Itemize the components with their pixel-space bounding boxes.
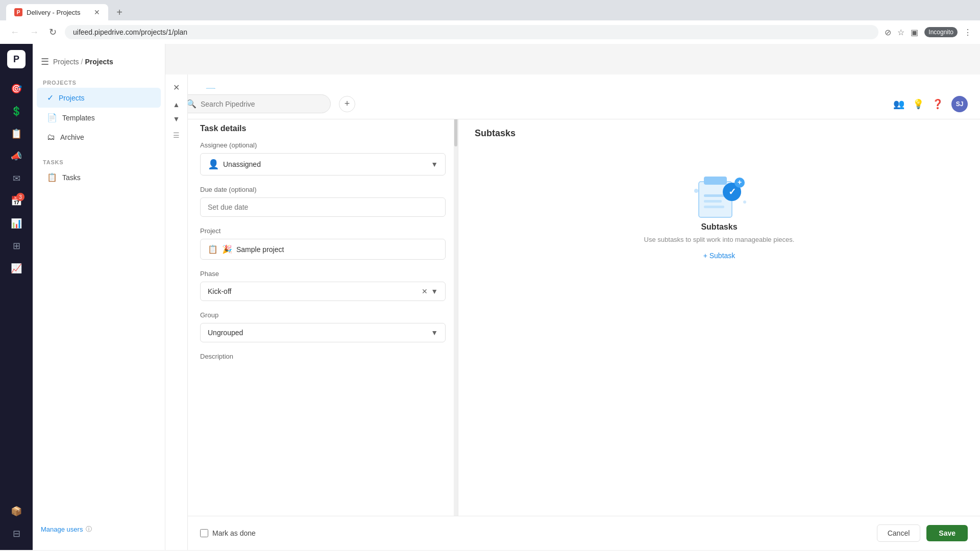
tab-favicon: P xyxy=(14,8,22,16)
calendar-badge: 3 xyxy=(16,193,24,201)
project-grid-icon: 📋 xyxy=(208,244,218,254)
nav-up-button[interactable]: ▲ xyxy=(173,101,180,109)
browser-chrome: P Delivery - Projects ✕ + ← → ↻ uifeed.p… xyxy=(0,0,980,44)
subtasks-empty-state: ✓ + Subtasks Use subtasks to split work … xyxy=(475,151,964,280)
menu-icon[interactable]: ⋮ xyxy=(964,28,972,37)
sidebar-icon-table[interactable]: ⊞ xyxy=(6,236,27,256)
mark-done-checkbox[interactable] xyxy=(200,529,208,537)
tab-title: Delivery - Projects xyxy=(27,9,80,16)
sidebar-icon-chart[interactable]: 📊 xyxy=(6,213,27,234)
add-subtask-label: + Subtask xyxy=(703,252,736,260)
camera-icon[interactable]: ⊘ xyxy=(885,28,891,37)
sidebar-icon-target[interactable]: 🎯 xyxy=(6,79,27,99)
add-button[interactable]: + xyxy=(339,96,355,112)
projects-section-label: PROJECTS xyxy=(33,76,165,88)
sidebar-icon-megaphone[interactable]: 📣 xyxy=(6,146,27,166)
lightbulb-icon-button[interactable]: 💡 xyxy=(913,98,924,110)
incognito-badge: Incognito xyxy=(924,27,958,37)
manage-users-button[interactable]: Manage users ⓘ xyxy=(41,525,157,534)
forward-button[interactable]: → xyxy=(28,25,41,40)
scrollbar-track[interactable] xyxy=(454,112,458,550)
assignee-label: Assignee (optional) xyxy=(200,141,446,149)
sidebar-icon-trending[interactable]: 📈 xyxy=(6,258,27,279)
project-value: Sample project xyxy=(236,245,284,254)
svg-rect-3 xyxy=(704,200,722,203)
sidebar-icon-grid[interactable]: ⊟ xyxy=(6,523,27,544)
browser-tab[interactable]: P Delivery - Projects ✕ xyxy=(6,4,108,20)
close-button[interactable]: ✕ xyxy=(171,81,182,94)
due-date-input[interactable] xyxy=(200,197,446,217)
star-icon[interactable]: ☆ xyxy=(897,28,904,37)
sidebar-icon-mail[interactable]: ✉ xyxy=(6,168,27,189)
project-select-content: 📋 🎉 Sample project xyxy=(208,244,284,254)
due-date-field: Due date (optional) xyxy=(188,186,458,227)
breadcrumb: Projects / Projects xyxy=(53,58,113,66)
phase-label: Phase xyxy=(200,270,446,278)
sidebar-icon-projects[interactable]: 📋 xyxy=(6,123,27,144)
sidebar-toggle-icon[interactable]: ▣ xyxy=(911,28,918,37)
url-bar[interactable]: uifeed.pipedrive.com/projects/1/plan xyxy=(65,25,878,39)
sidebar-item-tasks-label: Tasks xyxy=(62,173,81,182)
scrollbar-thumb[interactable] xyxy=(454,116,457,146)
sidebar-item-projects[interactable]: ✓ Projects xyxy=(37,88,161,108)
subtasks-header: Subtasks xyxy=(475,128,964,139)
assignee-select[interactable]: 👤 Unassigned ▼ xyxy=(200,153,446,176)
task-footer: Mark as done Cancel Save xyxy=(188,516,980,550)
sidebar-item-projects-label: Projects xyxy=(59,94,85,102)
user-circle-icon: 👤 xyxy=(208,159,219,170)
sidebar-item-tasks[interactable]: 📋 Tasks xyxy=(37,167,161,187)
manage-users-label: Manage users xyxy=(41,525,83,533)
mark-done-wrapper: Mark as done xyxy=(200,529,256,537)
add-subtask-button[interactable]: + Subtask xyxy=(703,252,736,260)
subtasks-illustration: ✓ + xyxy=(689,171,750,222)
url-text: uifeed.pipedrive.com/projects/1/plan xyxy=(73,28,870,36)
group-value: Ungrouped xyxy=(208,329,243,337)
help-icon-button[interactable]: ❓ xyxy=(932,98,943,110)
sidebar-item-archive[interactable]: 🗂 Archive xyxy=(37,128,161,147)
group-select[interactable]: Ungrouped ▼ xyxy=(200,323,446,342)
sidebar-icon-dollar[interactable]: 💲 xyxy=(6,101,27,121)
svg-point-10 xyxy=(743,201,746,204)
sidebar-item-templates-label: Templates xyxy=(62,114,95,122)
breadcrumb-projects[interactable]: Projects xyxy=(53,58,79,66)
mark-done-label[interactable]: Mark as done xyxy=(212,529,256,537)
sidebar-item-archive-label: Archive xyxy=(60,133,84,141)
new-tab-button[interactable]: + xyxy=(112,5,127,19)
tasks-icon: 📋 xyxy=(47,172,57,182)
save-button[interactable]: Save xyxy=(926,525,968,541)
breadcrumb-current: Projects xyxy=(85,58,113,66)
browser-address-bar: ← → ↻ uifeed.pipedrive.com/projects/1/pl… xyxy=(0,20,980,44)
breadcrumb-separator: / xyxy=(81,58,83,66)
cancel-button[interactable]: Cancel xyxy=(877,524,921,542)
description-field: Description xyxy=(188,353,458,374)
dropdown-arrow-icon: ▼ xyxy=(431,160,438,168)
browser-icons: ⊘ ☆ ▣ Incognito ⋮ xyxy=(885,27,972,37)
phase-value: Kick-off xyxy=(208,287,231,295)
top-header: 🔍 + 👥 💡 ❓ SJ xyxy=(165,89,980,119)
tab-close-button[interactable]: ✕ xyxy=(94,8,100,16)
phase-select[interactable]: Kick-off ✕ ▼ xyxy=(200,282,446,301)
search-bar[interactable]: 🔍 xyxy=(178,94,331,113)
subtasks-empty-desc: Use subtasks to split work into manageab… xyxy=(644,236,795,243)
group-dropdown-arrow-icon: ▼ xyxy=(431,329,438,337)
people-icon-button[interactable]: 👥 xyxy=(893,98,904,110)
refresh-button[interactable]: ↻ xyxy=(47,24,59,40)
assignee-value: Unassigned xyxy=(223,160,261,168)
sidebar-menu-button[interactable]: ☰ xyxy=(41,56,49,67)
phase-clear-button[interactable]: ✕ xyxy=(422,287,428,295)
user-avatar[interactable]: SJ xyxy=(951,96,968,112)
subtasks-empty-title: Subtasks xyxy=(701,222,737,232)
sidebar-item-templates[interactable]: 📄 Templates xyxy=(37,108,161,128)
back-button[interactable]: ← xyxy=(8,25,21,40)
sidebar-header: ☰ Projects / Projects xyxy=(33,52,165,71)
nav-down-button[interactable]: ▼ xyxy=(173,115,180,123)
hamburger-icon[interactable]: ☰ xyxy=(173,131,180,139)
project-select[interactable]: 📋 🎉 Sample project xyxy=(200,239,446,260)
project-emoji-icon: 🎉 xyxy=(222,244,232,254)
projects-icon: ✓ xyxy=(47,93,54,103)
sidebar-icon-calendar[interactable]: 📅 3 xyxy=(6,191,27,211)
project-field: Project 📋 🎉 Sample project xyxy=(188,227,458,270)
search-input[interactable] xyxy=(201,100,303,108)
sidebar-icon-box[interactable]: 📦 xyxy=(6,501,27,521)
icon-sidebar: P 🎯 💲 📋 📣 ✉ 📅 3 📊 ⊞ 📈 📦 ⊟ xyxy=(0,44,33,550)
